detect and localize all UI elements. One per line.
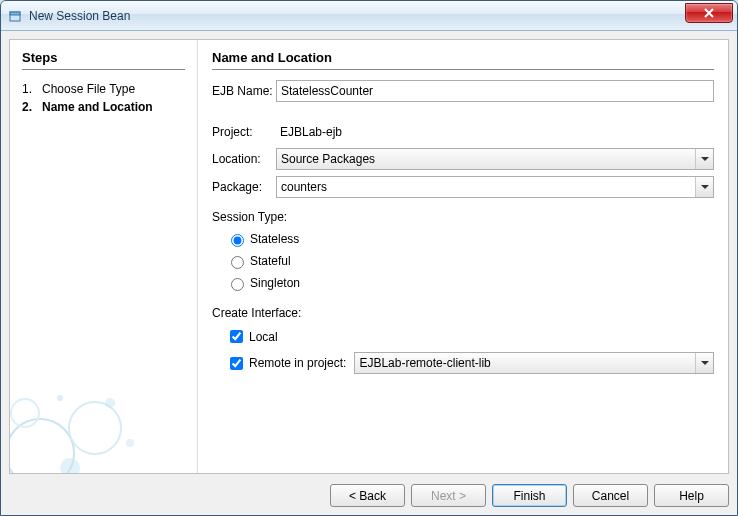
- step-item-current: 2. Name and Location: [22, 98, 185, 116]
- radio-stateful[interactable]: [231, 256, 244, 269]
- svg-point-3: [69, 402, 121, 454]
- steps-heading: Steps: [22, 50, 185, 70]
- project-label: Project:: [212, 125, 276, 139]
- radio-singleton[interactable]: [231, 278, 244, 291]
- chevron-down-icon: [695, 149, 713, 169]
- next-button[interactable]: Next >: [411, 484, 486, 507]
- create-interface-label: Create Interface:: [212, 306, 714, 320]
- dialog-body: Steps 1. Choose File Type 2. Name and Lo…: [1, 31, 737, 515]
- titlebar[interactable]: New Session Bean: [1, 1, 737, 31]
- svg-point-7: [57, 395, 63, 401]
- check-remote[interactable]: [230, 357, 243, 370]
- check-remote-label: Remote in project:: [249, 356, 346, 370]
- check-remote-row: Remote in project: EJBLab-remote-client-…: [212, 349, 714, 377]
- close-icon: [704, 8, 714, 18]
- form-pane: Name and Location EJB Name: Project: EJB…: [198, 40, 728, 473]
- svg-point-6: [105, 398, 115, 408]
- check-local-row: Local: [212, 324, 714, 349]
- cancel-button[interactable]: Cancel: [573, 484, 648, 507]
- steps-pane: Steps 1. Choose File Type 2. Name and Lo…: [10, 40, 198, 473]
- package-label: Package:: [212, 180, 276, 194]
- chevron-down-icon: [695, 353, 713, 373]
- close-button[interactable]: [685, 3, 733, 23]
- location-label: Location:: [212, 152, 276, 166]
- svg-rect-1: [10, 12, 20, 15]
- svg-point-4: [11, 399, 39, 427]
- radio-stateful-row: Stateful: [212, 250, 714, 272]
- check-local-label: Local: [249, 330, 278, 344]
- project-value: EJBLab-ejb: [276, 122, 714, 142]
- session-type-label: Session Type:: [212, 210, 714, 224]
- window-title: New Session Bean: [29, 9, 130, 23]
- radio-singleton-row: Singleton: [212, 272, 714, 294]
- ejb-name-input[interactable]: [276, 80, 714, 102]
- check-local[interactable]: [230, 330, 243, 343]
- main-panel: Steps 1. Choose File Type 2. Name and Lo…: [9, 39, 729, 474]
- radio-stateful-label: Stateful: [250, 254, 291, 268]
- svg-point-8: [126, 439, 134, 447]
- row-ejb-name: EJB Name:: [212, 80, 714, 102]
- remote-project-combo[interactable]: EJBLab-remote-client-lib: [354, 352, 714, 374]
- row-location: Location: Source Packages: [212, 148, 714, 170]
- finish-button[interactable]: Finish: [492, 484, 567, 507]
- back-button[interactable]: < Back: [330, 484, 405, 507]
- form-heading: Name and Location: [212, 50, 714, 70]
- svg-point-2: [9, 419, 74, 474]
- step-item: 1. Choose File Type: [22, 80, 185, 98]
- help-button[interactable]: Help: [654, 484, 729, 507]
- chevron-down-icon: [695, 177, 713, 197]
- radio-stateless[interactable]: [231, 234, 244, 247]
- location-combo[interactable]: Source Packages: [276, 148, 714, 170]
- ejb-name-label: EJB Name:: [212, 84, 276, 98]
- radio-singleton-label: Singleton: [250, 276, 300, 290]
- button-row: < Back Next > Finish Cancel Help: [9, 474, 729, 507]
- session-bean-icon: [7, 8, 23, 24]
- radio-stateless-label: Stateless: [250, 232, 299, 246]
- radio-stateless-row: Stateless: [212, 228, 714, 250]
- package-combo[interactable]: counters: [276, 176, 714, 198]
- decorative-circles: [9, 373, 170, 474]
- svg-point-5: [60, 458, 80, 474]
- steps-list: 1. Choose File Type 2. Name and Location: [22, 80, 185, 116]
- row-project: Project: EJBLab-ejb: [212, 122, 714, 142]
- dialog-window: New Session Bean Steps 1. Choose File Ty…: [0, 0, 738, 516]
- row-package: Package: counters: [212, 176, 714, 198]
